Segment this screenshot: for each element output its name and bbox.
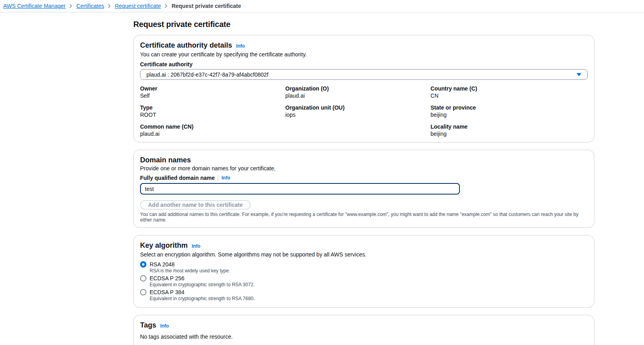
radio-label: ECDSA P 256 — [150, 275, 185, 282]
key-algorithm-radio-group: RSA 2048 RSA is the most widely used key… — [140, 261, 588, 301]
card-title: Key algorithm — [140, 241, 188, 250]
radio-label: ECDSA P 384 — [150, 289, 185, 296]
card-title: Domain names — [140, 156, 191, 164]
breadcrumb-link-certificates[interactable]: Certificates — [76, 3, 104, 9]
certificate-authority-detail-grid: Owner Self Organization (O) plaud.ai Cou… — [140, 85, 588, 137]
detail-type: Type ROOT — [140, 104, 285, 118]
radio-button[interactable] — [140, 275, 146, 281]
detail-label: Organization (O) — [285, 85, 431, 92]
card-title: Tags — [140, 321, 156, 330]
tags-card: Tags Info No tags associated with the re… — [133, 315, 594, 345]
detail-common-name: Common name (CN) plaud.ai — [140, 123, 285, 137]
label-divider — [218, 175, 218, 181]
detail-value: plaud.ai — [140, 130, 285, 137]
detail-empty-cell — [285, 123, 431, 137]
breadcrumb-link-request-certificate[interactable]: Request certificate — [115, 3, 161, 9]
tags-empty-text: No tags associated with the resource. — [140, 333, 588, 341]
certificate-authority-select[interactable]: plaud.ai : 2067bf2d-e37c-42f7-8a79-af4ab… — [140, 69, 588, 80]
radio-description: Equivalent in cryptographic strength to … — [150, 282, 588, 287]
detail-value: CN — [431, 92, 588, 99]
radio-label: RSA 2048 — [150, 261, 175, 268]
detail-locality: Locality name beijing — [431, 123, 588, 137]
add-another-name-button[interactable]: Add another name to this certificate — [140, 200, 251, 210]
detail-label: Owner — [140, 85, 285, 92]
domain-help-text: You can add additional names to this cer… — [140, 212, 588, 223]
detail-value: iops — [285, 111, 431, 118]
certificate-authority-label: Certificate authority — [140, 61, 588, 68]
domain-names-card: Domain names Provide one or more domain … — [133, 150, 594, 228]
card-description: You can create your certificate by speci… — [140, 50, 588, 58]
detail-value: beijing — [431, 111, 588, 118]
detail-label: Country name (C) — [431, 85, 588, 92]
main-content: Request private certificate Certificate … — [133, 19, 594, 345]
detail-value: beijing — [431, 130, 588, 137]
detail-state: State or province beijing — [431, 104, 588, 118]
info-link[interactable]: Info — [221, 175, 230, 181]
fqdn-label: Fully qualified domain name — [140, 174, 215, 181]
detail-label: Organization unit (OU) — [285, 104, 431, 111]
key-algorithm-card: Key algorithm Info Select an encryption … — [133, 235, 594, 308]
radio-option-ecdsa-p256: ECDSA P 256 Equivalent in cryptographic … — [140, 275, 588, 287]
detail-value: Self — [140, 92, 285, 99]
card-title: Certificate authority details — [140, 41, 232, 50]
fqdn-input[interactable] — [140, 183, 460, 195]
detail-owner: Owner Self — [140, 85, 285, 99]
radio-button[interactable] — [140, 261, 146, 268]
radio-description: Equivalent in cryptographic strength to … — [150, 296, 588, 301]
detail-country: Country name (C) CN — [431, 85, 588, 99]
certificate-authority-details-card: Certificate authority details Info You c… — [133, 35, 594, 143]
card-description: Provide one or more domain names for you… — [140, 164, 588, 172]
chevron-right-icon — [69, 4, 73, 8]
info-link[interactable]: Info — [160, 322, 169, 330]
breadcrumb-current: Request private certificate — [171, 3, 241, 9]
radio-option-rsa-2048: RSA 2048 RSA is the most widely used key… — [140, 261, 588, 274]
detail-organization: Organization (O) plaud.ai — [285, 85, 431, 99]
page-title: Request private certificate — [133, 19, 594, 29]
breadcrumb: AWS Certificate Manager Certificates Req… — [0, 0, 644, 12]
certificate-authority-select-value: plaud.ai : 2067bf2d-e37c-42f7-8a79-af4ab… — [146, 71, 268, 78]
info-link[interactable]: Info — [236, 42, 245, 50]
card-description: Select an encryption algorithm. Some alg… — [140, 251, 588, 258]
detail-label: Common name (CN) — [140, 123, 285, 130]
detail-label: Locality name — [431, 123, 588, 130]
radio-option-ecdsa-p384: ECDSA P 384 Equivalent in cryptographic … — [140, 289, 588, 301]
chevron-right-icon — [164, 4, 168, 8]
breadcrumb-link-acm[interactable]: AWS Certificate Manager — [3, 3, 65, 9]
info-link[interactable]: Info — [192, 242, 200, 251]
radio-button[interactable] — [140, 289, 146, 295]
caret-down-icon — [577, 73, 581, 76]
detail-label: Type — [140, 104, 285, 111]
detail-value: plaud.ai — [285, 92, 431, 99]
detail-label: State or province — [431, 104, 588, 111]
detail-organization-unit: Organization unit (OU) iops — [285, 104, 431, 118]
radio-description: RSA is the most widely used key type. — [150, 268, 588, 274]
chevron-right-icon — [108, 4, 111, 8]
detail-value: ROOT — [140, 111, 285, 118]
